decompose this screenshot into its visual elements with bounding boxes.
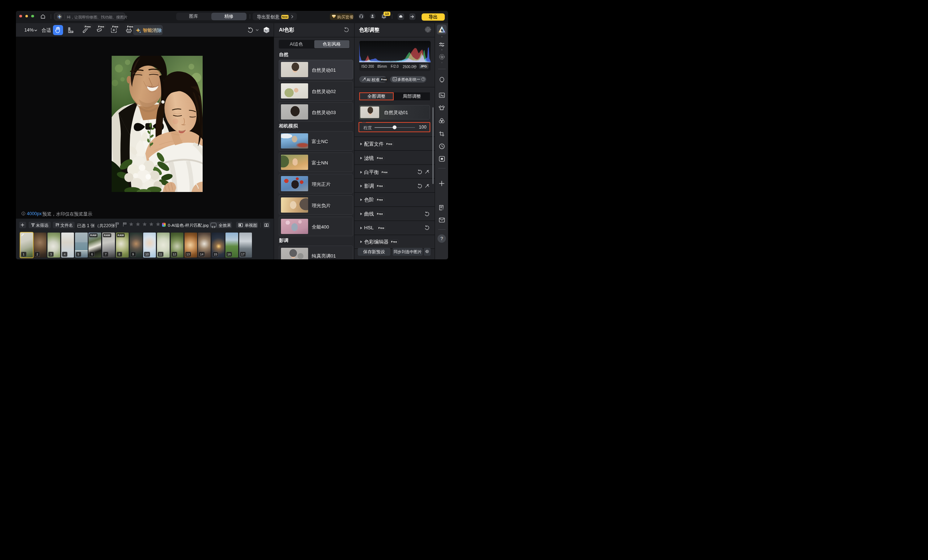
svg-text:?: ? xyxy=(442,208,444,210)
